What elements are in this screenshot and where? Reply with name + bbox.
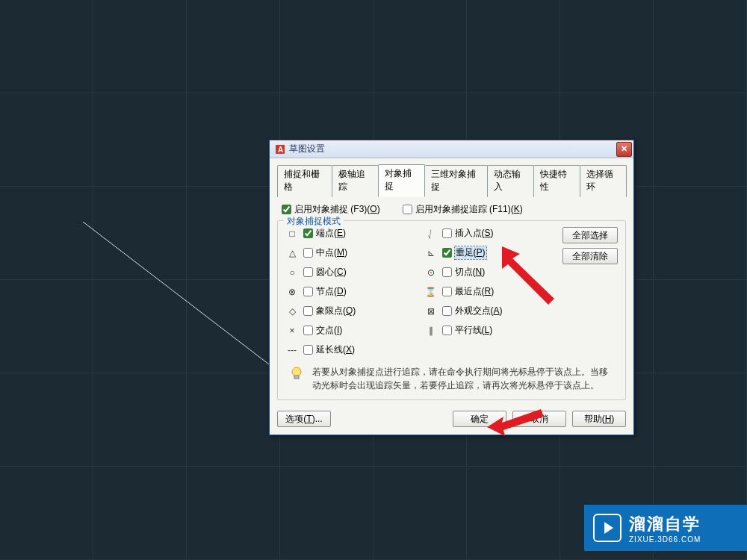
snap-left-input-0[interactable]: [303, 228, 313, 238]
snap-left-input-5[interactable]: [303, 326, 313, 335]
snap-left-symbol-5: ×: [285, 326, 299, 336]
snap-right-label-2: 切点(N): [455, 266, 486, 279]
snap-left-input-2[interactable]: [303, 267, 313, 277]
drafting-settings-dialog: A 草图设置 ✕ 捕捉和栅格 极轴追踪 对象捕捉 三维对象捕捉 动态输入 快捷特…: [269, 140, 634, 435]
snap-right-input-4[interactable]: [442, 306, 452, 316]
snap-left-checkbox-5[interactable]: 交点(I): [303, 324, 342, 337]
drawn-line: [83, 222, 285, 376]
tab-3d-osnap[interactable]: 三维对象捕捉: [424, 165, 488, 197]
snap-right-input-5[interactable]: [442, 326, 452, 335]
app-icon: A: [274, 143, 286, 155]
enable-otrack-checkbox[interactable]: 启用对象捕捉追踪 (F11)(K): [403, 203, 523, 216]
play-icon: [593, 514, 622, 542]
tab-osnap[interactable]: 对象捕捉: [378, 164, 425, 197]
snap-left-label-1: 中点(M): [316, 246, 347, 259]
snap-left-row-1: △中点(M): [285, 246, 414, 259]
snap-left-input-6[interactable]: [303, 345, 313, 355]
dialog-title: 草图设置: [289, 143, 616, 155]
tab-bar: 捕捉和栅格 极轴追踪 对象捕捉 三维对象捕捉 动态输入 快捷特性 选择循环: [277, 164, 626, 197]
snap-left-checkbox-4[interactable]: 象限点(Q): [303, 305, 356, 317]
snap-left-input-1[interactable]: [303, 248, 313, 258]
tab-selection-cycle[interactable]: 选择循环: [580, 165, 627, 197]
dialog-titlebar[interactable]: A 草图设置 ✕: [270, 140, 633, 158]
snap-right-symbol-3: ⌛: [424, 287, 438, 297]
options-button[interactable]: 选项(T)...: [277, 411, 331, 427]
snap-left-label-4: 象限点(Q): [316, 305, 356, 317]
snap-left-symbol-0: □: [285, 228, 299, 239]
snap-right-symbol-0: ⎷: [424, 228, 438, 239]
snap-right-checkbox-0[interactable]: 插入点(S): [442, 227, 494, 240]
snap-right-row-0: ⎷插入点(S): [424, 227, 553, 240]
snap-left-checkbox-0[interactable]: 端点(E): [303, 227, 346, 240]
snap-right-input-0[interactable]: [442, 228, 452, 238]
svg-text:A: A: [278, 146, 283, 154]
tab-snap-grid[interactable]: 捕捉和栅格: [277, 165, 332, 197]
snap-right-symbol-5: ∥: [424, 326, 438, 336]
watermark-text: 溜溜自学 ZIXUE.3D66.COM: [629, 513, 701, 544]
snap-right-checkbox-3[interactable]: 最近点(R): [442, 285, 495, 298]
fieldset-legend: 对象捕捉模式: [284, 215, 344, 228]
snap-right-input-3[interactable]: [442, 287, 452, 296]
snap-left-input-4[interactable]: [303, 306, 313, 316]
hint-row: 若要从对象捕捉点进行追踪，请在命令执行期间将光标悬停于该点上。当移动光标时会出现…: [285, 361, 618, 392]
snap-right-label-0: 插入点(S): [455, 227, 494, 240]
snap-right-row-3: ⌛最近点(R): [424, 285, 553, 298]
snap-right-row-5: ∥平行线(L): [424, 324, 553, 337]
dialog-button-row: 选项(T)... 确定 取消 帮助(H): [277, 411, 626, 427]
enable-otrack-label: 启用对象捕捉追踪 (F11)(K): [415, 203, 523, 216]
snap-left-symbol-2: ○: [285, 267, 299, 278]
snap-left-checkbox-3[interactable]: 节点(D): [303, 285, 347, 298]
snap-grid: □端点(E)△中点(M)○圆心(C)⊗节点(D)◇象限点(Q)×交点(I)---…: [285, 227, 618, 356]
select-all-button[interactable]: 全部选择: [562, 227, 618, 243]
osnap-modes-fieldset: 对象捕捉模式 □端点(E)△中点(M)○圆心(C)⊗节点(D)◇象限点(Q)×交…: [277, 220, 626, 400]
close-icon: ✕: [621, 145, 627, 153]
snap-left-input-3[interactable]: [303, 287, 313, 296]
snap-right-row-4: ⊠外观交点(A): [424, 305, 553, 317]
snap-right-row-2: ⊙切点(N): [424, 266, 553, 279]
snap-right-input-1[interactable]: [442, 248, 452, 258]
enable-osnap-checkbox[interactable]: 启用对象捕捉 (F3)(O): [282, 203, 380, 216]
snap-left-checkbox-6[interactable]: 延长线(X): [303, 343, 355, 356]
snap-left-checkbox-1[interactable]: 中点(M): [303, 246, 347, 259]
help-button[interactable]: 帮助(H): [572, 411, 626, 427]
watermark-sub: ZIXUE.3D66.COM: [629, 535, 701, 544]
snap-left-symbol-3: ⊗: [285, 287, 299, 297]
close-button[interactable]: ✕: [616, 142, 632, 157]
snap-left-symbol-6: ---: [285, 345, 299, 355]
snap-left-row-0: □端点(E): [285, 227, 414, 240]
snap-left-label-5: 交点(I): [316, 324, 342, 337]
snap-right-label-4: 外观交点(A): [455, 305, 503, 317]
tab-dynamic-input[interactable]: 动态输入: [487, 165, 534, 197]
snap-button-column: 全部选择 全部清除: [562, 227, 618, 356]
snap-left-row-4: ◇象限点(Q): [285, 305, 414, 317]
ok-button[interactable]: 确定: [453, 411, 506, 427]
snap-left-symbol-4: ◇: [285, 306, 299, 317]
tab-quick-props[interactable]: 快捷特性: [533, 165, 580, 197]
watermark: 溜溜自学 ZIXUE.3D66.COM: [584, 505, 747, 551]
tab-polar[interactable]: 极轴追踪: [332, 165, 379, 197]
lightbulb-icon: [288, 365, 305, 382]
snap-right-checkbox-5[interactable]: 平行线(L): [442, 324, 493, 337]
snap-right-row-1: ⊾垂足(P): [424, 246, 553, 259]
svg-line-0: [83, 222, 285, 376]
snap-right-checkbox-1[interactable]: 垂足(P): [442, 246, 486, 259]
snap-right-input-2[interactable]: [442, 267, 452, 277]
dialog-body: 捕捉和栅格 极轴追踪 对象捕捉 三维对象捕捉 动态输入 快捷特性 选择循环 启用…: [270, 158, 633, 435]
watermark-main: 溜溜自学: [629, 513, 701, 535]
snap-right-checkbox-2[interactable]: 切点(N): [442, 266, 486, 279]
hint-text: 若要从对象捕捉点进行追踪，请在命令执行期间将光标悬停于该点上。当移动光标时会出现…: [312, 365, 615, 392]
snap-right-label-1: 垂足(P): [455, 246, 486, 259]
snap-left-row-6: ---延长线(X): [285, 343, 414, 356]
snap-right-label-5: 平行线(L): [455, 324, 493, 337]
enable-osnap-input[interactable]: [282, 205, 291, 214]
cancel-button[interactable]: 取消: [512, 411, 566, 427]
snap-left-checkbox-2[interactable]: 圆心(C): [303, 266, 347, 279]
clear-all-button[interactable]: 全部清除: [562, 248, 618, 264]
enable-osnap-label: 启用对象捕捉 (F3)(O): [294, 203, 380, 216]
snap-right-symbol-4: ⊠: [424, 306, 438, 317]
snap-left-column: □端点(E)△中点(M)○圆心(C)⊗节点(D)◇象限点(Q)×交点(I)---…: [285, 227, 414, 356]
enable-otrack-input[interactable]: [403, 205, 412, 214]
snap-right-checkbox-4[interactable]: 外观交点(A): [442, 305, 503, 317]
snap-right-column: ⎷插入点(S)⊾垂足(P)⊙切点(N)⌛最近点(R)⊠外观交点(A)∥平行线(L…: [424, 227, 553, 356]
snap-left-label-6: 延长线(X): [316, 343, 355, 356]
